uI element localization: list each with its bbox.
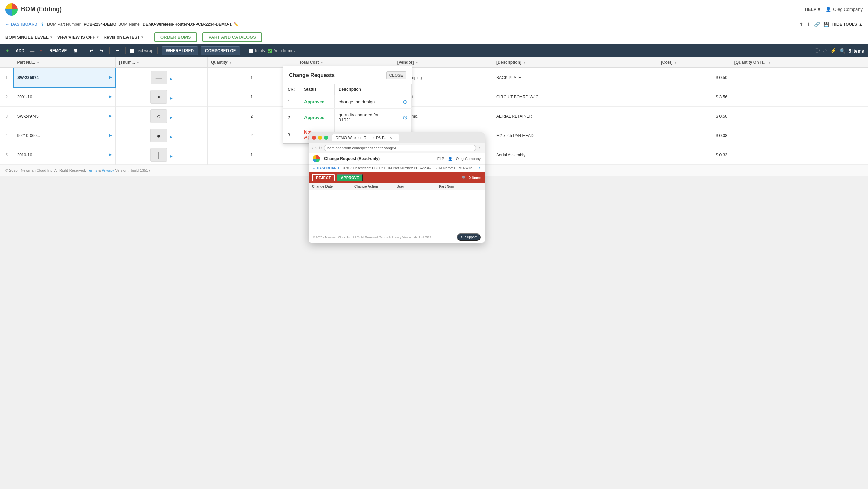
description-cell: BACK PLATE <box>493 68 657 87</box>
col-qty-on-hand[interactable]: [Quantity On H... ▼ <box>731 57 868 68</box>
expand-arrow-icon[interactable]: ▶ <box>170 154 173 158</box>
expand-arrow-icon[interactable]: ▶ <box>109 95 112 98</box>
browser-refresh-icon[interactable]: ↻ <box>319 146 322 150</box>
part-number-cell[interactable]: SW-249745 ▶ <box>14 107 116 126</box>
help-button[interactable]: HELP ▾ <box>805 7 821 12</box>
text-wrap-checkbox[interactable]: Text wrap <box>130 48 153 53</box>
part-number-cell[interactable]: SW-235974 ▶ <box>14 68 116 87</box>
divider3 <box>125 47 126 54</box>
expand-arrow-icon[interactable]: ▶ <box>170 135 173 139</box>
reject-button[interactable]: REJECT <box>312 174 335 181</box>
cr-status-cell: Approved <box>300 109 335 126</box>
view-icon[interactable]: ⊙ <box>403 114 407 121</box>
cr-table-row[interactable]: 2 Approved quantity changed for 91921 ⊙ <box>283 109 412 126</box>
browser-tab-add-icon[interactable]: + <box>394 136 396 140</box>
view-icon[interactable]: ⊙ <box>403 99 407 105</box>
redo-button[interactable]: ↪ <box>98 47 105 55</box>
inner-back-link[interactable]: ← DASHBOARD <box>313 166 339 170</box>
quantity-cell[interactable]: 1 <box>207 87 296 107</box>
separator: — <box>30 48 34 54</box>
cr-table-row[interactable]: 1 Approved change the design ⊙ <box>283 95 412 109</box>
terms-link[interactable]: Terms <box>87 168 97 172</box>
help-circle-icon[interactable]: ⓘ <box>815 48 820 54</box>
expand-arrow-icon[interactable]: ▶ <box>109 114 112 118</box>
inner-search-icon[interactable]: 🔍 <box>462 176 467 180</box>
support-button[interactable]: ↻ Support <box>457 233 481 241</box>
browser-minimize-btn[interactable] <box>318 136 322 140</box>
browser-forward-icon[interactable]: › <box>315 146 317 150</box>
revision-button[interactable]: Revision LATEST ▾ <box>104 35 143 40</box>
cr-close-button[interactable]: CLOSE <box>386 71 406 79</box>
part-and-catalogs-button[interactable]: PART AND CATALOGS <box>202 32 262 42</box>
browser-maximize-btn[interactable] <box>324 136 328 140</box>
remove-label[interactable]: REMOVE <box>47 47 69 55</box>
browser-tab-close-icon[interactable]: ✕ <box>389 136 392 140</box>
address-bar-input[interactable]: bom.openbom.com/spreadsheet/change-r... <box>324 145 476 151</box>
part-number-cell[interactable]: 2001-10 ▶ <box>14 87 116 107</box>
col-quantity[interactable]: Quantity ▼ <box>207 57 296 68</box>
browser-close-btn[interactable] <box>312 136 316 140</box>
edit-bom-name-icon[interactable]: ✏️ <box>234 22 239 27</box>
filter-icon[interactable]: ▼ <box>36 61 40 64</box>
expand-arrow-icon[interactable]: ▶ <box>109 152 112 156</box>
description-cell: CIRCUIT BOARD W/ C... <box>493 87 657 107</box>
inner-help-button[interactable]: HELP <box>435 157 445 161</box>
import-icon[interactable]: ⬆ <box>799 22 803 27</box>
totals-checkbox[interactable]: Totals <box>249 48 265 53</box>
browser-back-icon[interactable]: ‹ <box>312 146 313 150</box>
privacy-link[interactable]: Privacy <box>102 168 114 172</box>
inner-external-link-icon[interactable]: ↗ <box>478 166 481 170</box>
order-boms-button[interactable]: ORDER BOMS <box>154 32 197 42</box>
save-icon[interactable]: 💾 <box>823 22 829 27</box>
expand-arrow-icon[interactable]: ▶ <box>170 96 173 100</box>
filter-icon[interactable]: ⚡ <box>830 48 836 54</box>
filter-icon[interactable]: ▼ <box>229 61 232 64</box>
part-number-cell[interactable]: 90210-060... ▶ <box>14 126 116 145</box>
where-used-button[interactable]: WHERE USED <box>162 46 198 55</box>
search-icon[interactable]: 🔍 <box>840 48 845 54</box>
col-thumbnail[interactable]: [Thum... ▼ <box>116 57 208 68</box>
filter-settings-icon[interactable]: ⇄ <box>823 48 827 54</box>
table-row[interactable]: 3 SW-249745 ▶ ○ ▶ 2 $ 1.00 Steve's mo...… <box>0 107 868 126</box>
col-cost[interactable]: [Cost] ▼ <box>657 57 731 68</box>
quantity-cell[interactable]: 1 <box>207 145 296 165</box>
hide-tools-button[interactable]: HIDE TOOLS ▲ <box>832 22 863 27</box>
cr-description-cell: change the design <box>334 95 386 109</box>
share-icon[interactable]: 🔗 <box>814 22 820 27</box>
filter-icon[interactable]: ▼ <box>320 61 323 64</box>
filter-icon[interactable]: ▼ <box>674 61 677 64</box>
quantity-cell[interactable]: 1 <box>207 68 296 87</box>
approve-button[interactable]: APPROVE <box>337 174 363 181</box>
undo-button[interactable]: ↩ <box>87 47 95 55</box>
expand-arrow-icon[interactable]: ▶ <box>109 75 112 79</box>
back-dashboard-link[interactable]: ← DASHBOARD <box>5 22 37 27</box>
filter-icon[interactable]: ▼ <box>136 61 140 64</box>
auto-formula-checkbox[interactable]: Auto formula <box>268 48 296 53</box>
part-number-cell[interactable]: 2010-10 ▶ <box>14 145 116 165</box>
remove-button[interactable]: − <box>38 47 44 55</box>
browser-tab[interactable]: DEMO-Wireless-Router-D3-P... ✕ + <box>332 134 399 141</box>
col-part-number[interactable]: Part Nu... ▼ <box>14 57 116 68</box>
bom-single-level-button[interactable]: BOM SINGLE LEVEL ▾ <box>5 35 52 40</box>
expand-arrow-icon[interactable]: ▶ <box>109 133 112 137</box>
filter-icon[interactable]: ▼ <box>523 61 526 64</box>
part-thumbnail: ● <box>150 129 167 142</box>
rows-layout-button[interactable]: ☰ <box>114 47 121 55</box>
table-row[interactable]: 1 SW-235974 ▶ — ▶ 1 $ 0.50 A-1 Stamping … <box>0 68 868 87</box>
add-label[interactable]: ADD <box>14 47 26 55</box>
col-description[interactable]: [Description] ▼ <box>493 57 657 68</box>
qty-on-hand-cell <box>731 107 868 126</box>
filter-icon[interactable]: ▼ <box>768 61 771 64</box>
composed-of-button[interactable]: COMPOSED OF <box>201 46 240 55</box>
filter-icon[interactable]: ▼ <box>415 61 418 64</box>
bookmark-icon[interactable]: ☆ <box>478 146 481 150</box>
view-button[interactable]: View VIEW IS OFF ▾ <box>57 35 98 40</box>
add-column-button[interactable]: ⊞ <box>72 47 79 55</box>
quantity-cell[interactable]: 2 <box>207 126 296 145</box>
table-row[interactable]: 2 2001-10 ▶ ▪ ▶ 1 $ 3.56 Octopart CIRCUI… <box>0 87 868 107</box>
export-icon[interactable]: ⬇ <box>807 22 811 27</box>
expand-arrow-icon[interactable]: ▶ <box>170 116 173 119</box>
add-button[interactable]: + <box>4 47 11 55</box>
quantity-cell[interactable]: 2 <box>207 107 296 126</box>
expand-arrow-icon[interactable]: ▶ <box>170 77 173 81</box>
